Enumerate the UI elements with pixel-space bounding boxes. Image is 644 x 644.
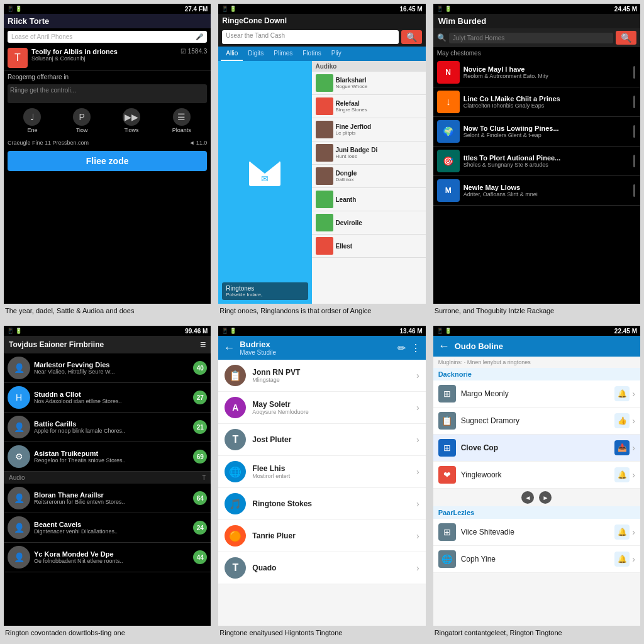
phone2-list-item-7[interactable]: Ellest <box>312 235 426 258</box>
phone2-content: ✉ Ringtones Polseide Indare, Audiko Blar… <box>218 61 425 304</box>
prev-btn[interactable]: ◄ <box>521 491 534 504</box>
back-btn-5[interactable]: ← <box>223 341 235 355</box>
rt-item-1[interactable]: 📋 Sugnect Dramory 👍 › <box>433 408 640 435</box>
phone6-playback: ◄ ► <box>433 489 640 506</box>
edit-icon-5[interactable]: ✏ <box>397 342 406 354</box>
rt-btn-1[interactable]: 👍 <box>614 413 630 428</box>
phone1-item-sub: Solusanj & Coricunibj <box>31 55 177 62</box>
msg-preview-6: Oe folnobbadent Niit etlene roonts.. <box>34 558 189 564</box>
phone3-item-3[interactable]: 🎯 ttles To Plort Autional Pinee... Shole… <box>433 147 640 176</box>
phone3-item-4[interactable]: M Newle May Llows Adriter, Oafloans Slir… <box>433 176 640 206</box>
phone2-list-item-4[interactable]: Dongle Datlinox <box>312 165 426 188</box>
rt-item-0[interactable]: ⊞ Margo Meonly 🔔 › <box>433 380 640 408</box>
phone1-btn-tiows[interactable]: ▶▶ Tiows <box>123 108 140 133</box>
phone2-search-btn[interactable]: 🔍 <box>401 30 422 44</box>
msg-preview-1: Nos Adaxolood idan etlline Stores.. <box>34 398 189 404</box>
back-btn-6[interactable]: ← <box>438 340 450 353</box>
phone2-list-item-2[interactable]: Fine Jerfiod Le plitpts <box>312 118 426 142</box>
phone4-header: Tovjdus Eaioner Firnbriine ≡ <box>4 336 211 353</box>
contact-item-3[interactable]: 🌐 Flee Lhis Mostirorl entert › <box>218 456 425 488</box>
rt-item-5[interactable]: 🌐 Coph Yine 🔔 › <box>433 546 640 573</box>
phone1-textarea[interactable]: Riinge get the controli... <box>8 84 207 103</box>
phone2-list-item-6[interactable]: Deviroile <box>312 211 426 235</box>
phone3-item-0[interactable]: N Novice Mayl l have Reolom & Autrconmen… <box>433 58 640 87</box>
rt-btn-2[interactable]: 📥 <box>614 440 630 455</box>
section-divider: Audio T <box>4 472 211 484</box>
phone2-list-item-3[interactable]: Juni Badge Di Hunt Ioes <box>312 142 426 165</box>
rt-item-4[interactable]: ⊞ Viice Shitevadie 🔔 › <box>433 519 640 546</box>
phone1-btn-ploants[interactable]: ☰ Ploants <box>172 108 191 133</box>
msg-item-2[interactable]: 👤 Battie Carills Apple for noop blink la… <box>4 413 211 442</box>
phone2-search-input[interactable]: Usear the Tand Cash <box>222 30 398 44</box>
contact-icon-5: 🟠 <box>225 525 246 547</box>
phone3-title: Wim Burded <box>438 16 486 26</box>
phone-cell-1: 📱 🔋 27.4 FM Riick Torte Loase of Anril P… <box>0 0 214 322</box>
rt-icon-3: ❤ <box>438 466 456 484</box>
tab-digits[interactable]: Digits <box>243 47 269 61</box>
phone1-btn-tiow[interactable]: P Tiow <box>73 108 91 133</box>
phone2-header: RingeCone Downl <box>218 14 425 28</box>
phone1-btn-ene[interactable]: ♩ Ene <box>23 108 41 133</box>
phone1-big-btn[interactable]: Fliee zode <box>8 151 207 171</box>
rt-item-3[interactable]: ❤ Yinglewoork 🔔 › <box>433 462 640 489</box>
next-btn[interactable]: ► <box>539 491 552 504</box>
msg-item-1[interactable]: H Studdn a Cllot Nos Adaxolood idan etll… <box>4 383 211 413</box>
more-icon-5[interactable]: ⋮ <box>411 342 421 354</box>
phone1-source-num: ◄ 11.0 <box>189 140 207 146</box>
phone3-search-btn[interactable]: 🔍 <box>616 31 636 45</box>
rt-btn-5[interactable]: 🔔 <box>614 552 630 567</box>
phone2-list-item-5[interactable]: Leanth <box>312 188 426 211</box>
tab-pliy[interactable]: Pliy <box>326 47 347 61</box>
avatar-5: 👤 <box>8 516 30 539</box>
phone3-item-1[interactable]: ↓ Line Co LMaike Chiit a Prines Clatrcel… <box>433 87 640 117</box>
tab-allio[interactable]: Allio <box>221 47 243 61</box>
contact-item-1[interactable]: A May Soletr Aoqysure Nemloduore › <box>218 392 425 424</box>
phone1-search-placeholder: Loase of Anril Phones <box>11 33 72 40</box>
msg-count-3: 69 <box>193 450 207 464</box>
avatar-2: 👤 <box>8 416 30 438</box>
phone3-search-input[interactable]: Julyt Tarod Homes <box>449 33 613 43</box>
phone1-item-num: ☑ 1584.3 <box>180 48 207 55</box>
contact-icon-2: T <box>225 429 246 450</box>
contact-item-6[interactable]: T Quado › <box>218 552 425 584</box>
rt-item-2[interactable]: ⊞ Clove Cop 📥 › <box>433 435 640 462</box>
rt-btn-0[interactable]: 🔔 <box>614 386 630 401</box>
tab-flotins[interactable]: Flotins <box>297 47 326 61</box>
mic-icon: 🎤 <box>196 33 203 40</box>
contact-icon-0: 📋 <box>225 365 246 386</box>
tab-plimes[interactable]: Plimes <box>269 47 297 61</box>
phone-cell-3: 📱 🔋 24.45 M Wim Burded 🔍 Julyt Tarod Hom… <box>430 0 644 322</box>
rt-name-5: Coph Yine <box>461 555 610 564</box>
phone-screen-3: 📱 🔋 24.45 M Wim Burded 🔍 Julyt Tarod Hom… <box>433 4 640 304</box>
msg-item-5[interactable]: 👤 Beaent Cavels Digntenacer venhi Dilcal… <box>4 513 211 543</box>
scrollbar-1 <box>633 96 635 108</box>
contact-item-5[interactable]: 🟠 Tanrie Pluer › <box>218 520 425 552</box>
rt-btn-3[interactable]: 🔔 <box>614 467 630 482</box>
rt-icon-5: 🌐 <box>438 550 456 568</box>
phone1-title: Riick Torte <box>8 16 49 26</box>
phone2-list-item-1[interactable]: Relefaal Bingre Stones <box>312 95 426 118</box>
contact-item-2[interactable]: T Jost Pluter › <box>218 424 425 456</box>
contact-name-3: Flee Lhis <box>252 464 410 473</box>
msg-item-0[interactable]: 👤 Marlestor Fevving Dies Near Vialieo, H… <box>4 353 211 383</box>
status-time-5: 13.46 M <box>400 328 423 335</box>
phone1-item-title: Teolly for Alblis in driones <box>31 48 177 55</box>
contact-item-4[interactable]: 🎵 Ringtone Stokes › <box>218 488 425 520</box>
p3-title-0: Novice Mayl l have <box>464 65 630 73</box>
list-title-1: Relefaal <box>336 100 367 107</box>
phone3-item-2[interactable]: 🌍 Now To Clus Lowiing Pines... Selont & … <box>433 117 640 147</box>
msg-item-3[interactable]: ⚙ Asistan Truikepumt Reogeloo for Theati… <box>4 442 211 472</box>
contact-item-0[interactable]: 📋 Jonn RN PVT Mlingstage › <box>218 360 425 392</box>
p3-sub-0: Reolom & Autrconment Eato. Mity <box>464 73 630 79</box>
menu-icon[interactable]: ≡ <box>200 339 206 350</box>
thumb-7 <box>316 237 333 255</box>
list-title-0: Blarksharl <box>336 77 368 84</box>
phone1-search[interactable]: Loase of Anril Phones 🎤 <box>8 31 207 43</box>
msg-item-4[interactable]: 👤 Bloran Thane Araillsr Reitsrerorun for… <box>4 484 211 513</box>
msg-item-6[interactable]: 👤 Yc Kora Monded Ve Dpe Oe folnobbadent … <box>4 543 211 572</box>
phone2-list-item-0[interactable]: Blarksharl Nogue Whoce <box>312 72 426 95</box>
thumb-5 <box>316 191 333 208</box>
rt-btn-4[interactable]: 🔔 <box>614 525 630 540</box>
list-sub-1: Bingre Stones <box>336 107 367 113</box>
battery-icon-3: 🔋 <box>445 6 452 12</box>
